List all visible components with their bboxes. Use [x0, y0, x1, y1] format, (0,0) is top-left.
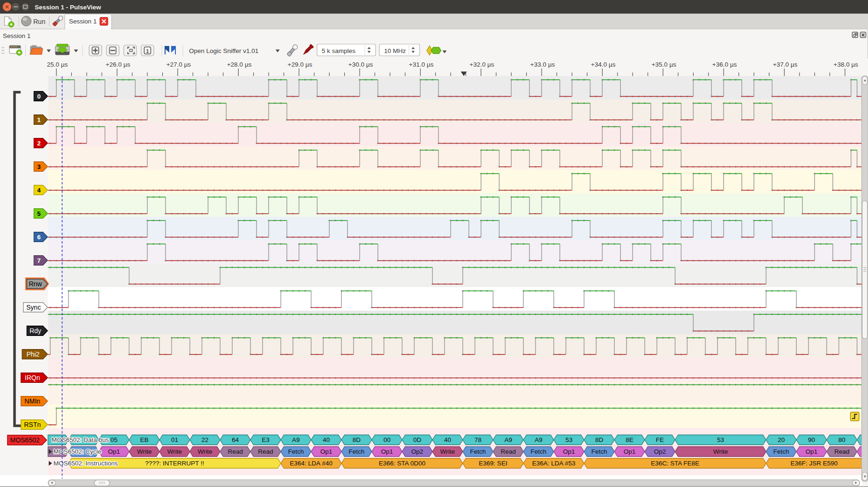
- svg-text:8E: 8E: [626, 436, 634, 443]
- svg-text:0: 0: [37, 93, 41, 100]
- svg-text:A9: A9: [292, 436, 300, 443]
- svg-text:53: 53: [717, 436, 724, 443]
- svg-text:Op1: Op1: [563, 448, 575, 455]
- svg-text:Fetch: Fetch: [591, 448, 607, 455]
- svg-text:+31.0 µs: +31.0 µs: [409, 61, 434, 68]
- svg-text:IRQn: IRQn: [25, 374, 40, 381]
- svg-text:22: 22: [202, 436, 209, 443]
- svg-text:5: 5: [37, 210, 41, 217]
- svg-text:+28.0 µs: +28.0 µs: [227, 61, 252, 68]
- svg-text:Read: Read: [228, 448, 243, 455]
- svg-text:01: 01: [171, 436, 178, 443]
- svg-text:Open Logic Sniffer v1.01: Open Logic Sniffer v1.01: [189, 47, 258, 54]
- svg-text:E369: SEI: E369: SEI: [479, 460, 507, 467]
- svg-text:+32.0 µs: +32.0 µs: [469, 61, 494, 68]
- svg-text:EB: EB: [140, 436, 149, 443]
- svg-text:RSTn: RSTn: [24, 421, 41, 428]
- svg-text:Fetch: Fetch: [773, 448, 789, 455]
- svg-text:FE: FE: [656, 436, 664, 443]
- svg-text:Write: Write: [440, 448, 455, 455]
- svg-text:Op2: Op2: [411, 448, 423, 455]
- svg-text:40: 40: [444, 436, 451, 443]
- svg-text:A9: A9: [535, 436, 543, 443]
- svg-text:40: 40: [323, 436, 330, 443]
- svg-text:Write: Write: [197, 448, 212, 455]
- svg-text:E36F: JSR E590: E36F: JSR E590: [791, 460, 838, 467]
- svg-text:1: 1: [37, 116, 41, 123]
- svg-text:+37.0 µs: +37.0 µs: [773, 61, 798, 68]
- svg-text:+30.0 µs: +30.0 µs: [348, 61, 373, 68]
- svg-text:+36.0 µs: +36.0 µs: [712, 61, 737, 68]
- svg-text:Write: Write: [137, 448, 151, 455]
- svg-text:25.0 µs: 25.0 µs: [47, 61, 68, 68]
- svg-text:+34.0 µs: +34.0 µs: [591, 61, 616, 68]
- svg-text:Op1: Op1: [624, 448, 636, 455]
- svg-text:90: 90: [808, 436, 815, 443]
- svg-text:+35.0 µs: +35.0 µs: [651, 61, 676, 68]
- svg-text:5 k samples: 5 k samples: [322, 47, 355, 54]
- svg-text:????: INTERRUPT !!: ????: INTERRUPT !!: [145, 460, 204, 467]
- svg-text:A9: A9: [505, 436, 513, 443]
- svg-text:Session 1: Session 1: [3, 32, 30, 39]
- svg-text:MOS6502: Instructions: MOS6502: Instructions: [53, 460, 118, 467]
- svg-text:NMIn: NMIn: [24, 397, 40, 405]
- svg-text:Op1: Op1: [806, 448, 818, 455]
- svg-text:Write: Write: [167, 448, 182, 455]
- svg-text:4: 4: [37, 187, 41, 194]
- svg-text:10 MHz: 10 MHz: [384, 47, 406, 54]
- svg-text:Write: Write: [713, 448, 728, 455]
- svg-text:8D: 8D: [353, 436, 361, 443]
- svg-text:Rdy: Rdy: [30, 327, 41, 335]
- svg-text:Session 1: Session 1: [69, 18, 97, 25]
- svg-text:E36C: STA FE8E: E36C: STA FE8E: [651, 460, 699, 467]
- svg-text:Rnw: Rnw: [29, 280, 42, 288]
- svg-text:E364: LDA #40: E364: LDA #40: [290, 460, 332, 467]
- svg-text:Read: Read: [258, 448, 273, 455]
- svg-text:MOS6502: Cycle: MOS6502: Cycle: [53, 448, 101, 455]
- svg-text:Fetch: Fetch: [531, 448, 547, 455]
- svg-text:1: 1: [146, 48, 149, 54]
- svg-text:Read: Read: [501, 448, 516, 455]
- svg-text:0D: 0D: [413, 436, 422, 443]
- svg-text:Fetch: Fetch: [349, 448, 365, 455]
- svg-text:+27.0 µs: +27.0 µs: [166, 61, 191, 68]
- svg-text:Read: Read: [834, 448, 849, 455]
- svg-text:MOS6502: Data bus: MOS6502: Data bus: [52, 436, 109, 443]
- svg-text:Op1: Op1: [381, 448, 393, 455]
- svg-text:Op1: Op1: [108, 448, 120, 455]
- svg-text:Phi2: Phi2: [26, 350, 39, 358]
- svg-text:Op2: Op2: [654, 448, 666, 455]
- svg-text:E366: STA 0D00: E366: STA 0D00: [379, 460, 426, 467]
- svg-text:6: 6: [37, 234, 41, 241]
- svg-text:00: 00: [384, 436, 391, 443]
- svg-text:E3: E3: [262, 436, 270, 443]
- svg-text:05: 05: [111, 436, 118, 443]
- svg-text:64: 64: [232, 436, 239, 443]
- svg-text:Run: Run: [33, 18, 45, 25]
- svg-text:Fetch: Fetch: [288, 448, 304, 455]
- svg-text:2: 2: [37, 140, 41, 147]
- svg-text:+29.0 µs: +29.0 µs: [287, 61, 312, 68]
- svg-text:E36A: LDA #53: E36A: LDA #53: [532, 460, 575, 467]
- svg-text:78: 78: [475, 436, 482, 443]
- svg-text:+26.0 µs: +26.0 µs: [106, 61, 130, 68]
- svg-text:8D: 8D: [595, 436, 604, 443]
- svg-text:80: 80: [838, 436, 845, 443]
- svg-text:Session 1 - PulseView: Session 1 - PulseView: [35, 4, 101, 11]
- svg-text:7: 7: [37, 257, 41, 264]
- svg-text:Fetch: Fetch: [470, 448, 486, 455]
- svg-text:20: 20: [777, 436, 785, 443]
- svg-text:MOS6502: MOS6502: [10, 436, 39, 444]
- svg-text:Sync: Sync: [26, 304, 41, 311]
- svg-text:53: 53: [566, 436, 573, 443]
- svg-text:+33.0 µs: +33.0 µs: [530, 61, 555, 68]
- svg-text:3: 3: [37, 163, 41, 170]
- svg-text:Op1: Op1: [320, 448, 332, 455]
- svg-text:+38.0 µs: +38.0 µs: [834, 61, 859, 68]
